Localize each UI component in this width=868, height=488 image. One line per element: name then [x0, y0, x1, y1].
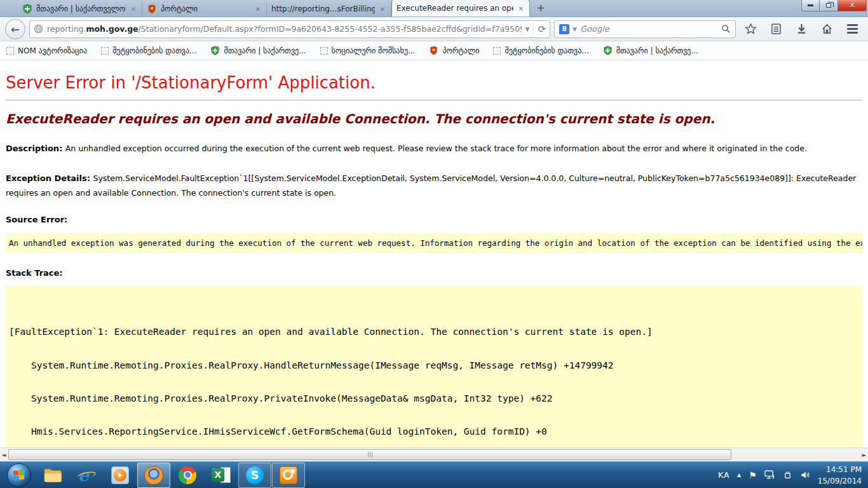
action-center-flag-icon[interactable]: ⚑	[749, 470, 757, 480]
taskbar-skype-button[interactable]: S	[238, 463, 271, 488]
bookmark-item[interactable]: შეტყობინების დათვა...	[493, 46, 588, 55]
new-tab-button[interactable]: +	[532, 3, 549, 15]
home-button[interactable]	[816, 20, 837, 39]
exception-label: Exception Details:	[6, 173, 93, 183]
navigation-toolbar: ← reporting.moh.gov.ge/Stationaryform/De…	[0, 17, 868, 41]
windows-start-icon	[7, 463, 31, 487]
globe-icon	[34, 24, 43, 34]
bookmark-label: მთავარი | საქართვე...	[616, 46, 698, 55]
taskbar-internet-explorer-button[interactable]: e	[70, 463, 103, 488]
bookmark-item[interactable]: სოციალური მომსახუ...	[320, 46, 416, 55]
default-bookmark-icon	[101, 47, 109, 55]
source-error-label: Source Error:	[6, 215, 862, 224]
minimize-button[interactable]	[801, 0, 820, 11]
tab-title: ExecuteReader requires an ope...	[397, 4, 513, 13]
url-text[interactable]: reporting.moh.gov.ge/Stationaryform/Defa…	[47, 24, 522, 34]
description-label: Description:	[6, 144, 65, 153]
taskbar-chrome-button[interactable]	[171, 463, 204, 488]
georgia-emblem-icon	[429, 46, 438, 55]
bookmark-label: სოციალური მომსახუ...	[332, 46, 416, 55]
bookmark-label: NOM ავტორიზაცია	[18, 46, 87, 55]
horizontal-scrollbar[interactable]: ◄ ►	[0, 447, 868, 461]
divider	[533, 24, 534, 35]
tab-close-icon[interactable]: ✕	[254, 6, 262, 13]
stack-line: [FaultException`1: ExecuteReader require…	[9, 325, 859, 338]
menu-button[interactable]	[841, 20, 863, 39]
close-icon: ✕	[849, 1, 855, 10]
tab-close-icon[interactable]: ✕	[379, 6, 386, 13]
close-button[interactable]: ✕	[837, 0, 867, 11]
start-button[interactable]	[3, 463, 36, 488]
taskbar-firefox-button[interactable]	[137, 463, 170, 488]
default-bookmark-icon	[6, 47, 14, 55]
search-engine-dropdown-icon[interactable]: ▼	[573, 26, 577, 32]
outlook-icon	[280, 466, 297, 484]
restore-icon	[826, 3, 831, 8]
star-icon	[745, 23, 757, 35]
bookmark-item[interactable]: NOM ავტორიზაცია	[6, 46, 87, 55]
restore-button[interactable]	[820, 0, 837, 11]
search-icon[interactable]	[721, 24, 731, 34]
error-subtitle: ExecuteReader requires an open and avail…	[6, 111, 862, 126]
search-engine-icon[interactable]: 8	[559, 24, 569, 34]
windows-explorer-icon	[43, 467, 62, 484]
taskbar-excel-button[interactable]: X	[205, 463, 238, 488]
bookmarks-panel-icon	[771, 23, 782, 35]
window-controls: ✕	[801, 0, 867, 11]
tab-close-icon[interactable]: ✕	[130, 6, 137, 13]
bookmarks-panel-button[interactable]	[765, 20, 787, 39]
error-title: Server Error in '/StationaryForm' Applic…	[6, 73, 862, 92]
description-text: An unhandled exception occurred during t…	[65, 144, 807, 153]
scroll-left-arrow-icon[interactable]: ◄	[0, 448, 8, 462]
bookmark-item[interactable]: მთავარი | საქართვე...	[603, 46, 698, 55]
taskbar-clock[interactable]: 14:51 PM 15/09/2014	[818, 464, 862, 487]
downloads-button[interactable]	[790, 20, 812, 39]
taskbar: e X S KA ▲ ⚑	[0, 461, 868, 488]
georgia-emblem-favicon-icon	[147, 4, 157, 14]
volume-icon[interactable]	[800, 470, 810, 480]
back-arrow-icon: ←	[11, 23, 20, 36]
excel-icon: X	[212, 466, 231, 484]
exception-paragraph: Exception Details: System.ServiceModel.F…	[6, 172, 862, 200]
default-bookmark-icon	[493, 47, 501, 55]
language-indicator[interactable]: KA	[718, 470, 729, 480]
home-icon	[821, 23, 833, 35]
tab-reporting-billing[interactable]: http://reporting...sForBilling.aspx ✕	[267, 1, 391, 17]
tab-portali[interactable]: პორტალი ✕	[142, 1, 267, 17]
scrollbar-thumb[interactable]	[8, 449, 731, 460]
taskbar-outlook-button[interactable]	[272, 463, 305, 488]
system-tray: KA ▲ ⚑ 14:51 PM 15/09/2014	[718, 464, 868, 487]
clock-date: 15/09/2014	[818, 477, 862, 485]
hidden-icons-icon[interactable]: ▲	[737, 472, 741, 478]
bookmark-star-button[interactable]	[740, 20, 761, 39]
bookmark-item[interactable]: შეტყობინების დათვა...	[101, 46, 196, 55]
search-input[interactable]	[580, 24, 718, 34]
tab-mtavari[interactable]: მთავარი | საქართველოს ... ✕	[18, 1, 142, 17]
url-dropdown-icon[interactable]: ▼	[526, 26, 530, 32]
taskbar-media-player-button[interactable]	[104, 463, 137, 488]
search-bar[interactable]: 8 ▼	[554, 20, 736, 38]
clock-time: 14:51 PM	[826, 465, 862, 474]
minimize-icon	[808, 4, 813, 6]
tab-bar: მთავარი | საქართველოს ... ✕ პორტალი ✕ ht…	[0, 0, 868, 17]
bookmark-item[interactable]: მთავარი | საქართვე...	[210, 46, 306, 55]
description-paragraph: Description: An unhandled exception occu…	[6, 142, 862, 156]
bookmark-label: შეტყობინების დათვა...	[505, 46, 588, 55]
green-shield-favicon-icon	[22, 4, 32, 14]
exception-text: System.ServiceModel.FaultException`1[[Sy…	[6, 173, 856, 198]
url-bar[interactable]: reporting.moh.gov.ge/Stationaryform/Defa…	[29, 20, 550, 38]
skype-icon: S	[246, 466, 264, 484]
tab-executereader-active[interactable]: ExecuteReader requires an ope... ✕	[391, 0, 530, 17]
green-shield-icon	[210, 46, 220, 55]
tab-title: პორტალი	[161, 4, 250, 13]
back-button[interactable]: ←	[5, 19, 25, 39]
power-plug-icon[interactable]	[783, 470, 792, 480]
divider	[6, 100, 862, 100]
bookmark-item[interactable]: პორტალი	[429, 46, 479, 55]
network-icon[interactable]	[764, 470, 775, 480]
scroll-right-arrow-icon[interactable]: ►	[860, 448, 868, 462]
tab-close-icon[interactable]: ✕	[517, 5, 525, 12]
firefox-icon	[144, 466, 163, 485]
reload-icon[interactable]: ⟳	[538, 24, 546, 35]
taskbar-explorer-button[interactable]	[36, 463, 69, 488]
